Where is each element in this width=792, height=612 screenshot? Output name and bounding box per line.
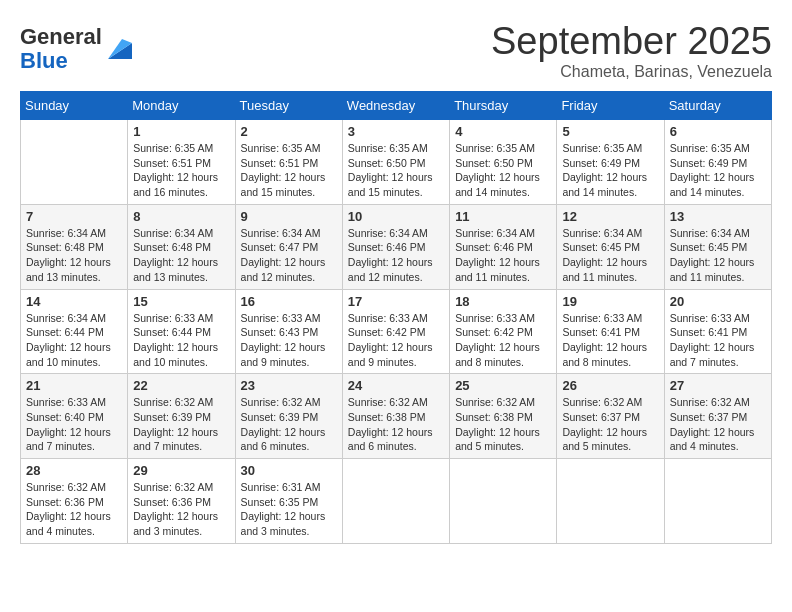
cell-info: Sunrise: 6:33 AMSunset: 6:41 PMDaylight:… [562,311,658,370]
title-block: September 2025 Chameta, Barinas, Venezue… [491,20,772,81]
calendar-cell: 30Sunrise: 6:31 AMSunset: 6:35 PMDayligh… [235,459,342,544]
calendar-cell: 23Sunrise: 6:32 AMSunset: 6:39 PMDayligh… [235,374,342,459]
calendar-cell: 18Sunrise: 6:33 AMSunset: 6:42 PMDayligh… [450,289,557,374]
day-number: 19 [562,294,658,309]
cell-info: Sunrise: 6:32 AMSunset: 6:36 PMDaylight:… [26,480,122,539]
weekday-header-thursday: Thursday [450,92,557,120]
cell-info: Sunrise: 6:34 AMSunset: 6:46 PMDaylight:… [348,226,444,285]
weekday-header-sunday: Sunday [21,92,128,120]
weekday-header-monday: Monday [128,92,235,120]
calendar-cell: 27Sunrise: 6:32 AMSunset: 6:37 PMDayligh… [664,374,771,459]
calendar-cell: 15Sunrise: 6:33 AMSunset: 6:44 PMDayligh… [128,289,235,374]
cell-info: Sunrise: 6:35 AMSunset: 6:49 PMDaylight:… [670,141,766,200]
calendar-cell: 13Sunrise: 6:34 AMSunset: 6:45 PMDayligh… [664,204,771,289]
cell-info: Sunrise: 6:31 AMSunset: 6:35 PMDaylight:… [241,480,337,539]
calendar-week-row: 7Sunrise: 6:34 AMSunset: 6:48 PMDaylight… [21,204,772,289]
day-number: 30 [241,463,337,478]
calendar-cell: 28Sunrise: 6:32 AMSunset: 6:36 PMDayligh… [21,459,128,544]
calendar-cell: 8Sunrise: 6:34 AMSunset: 6:48 PMDaylight… [128,204,235,289]
calendar-cell: 1Sunrise: 6:35 AMSunset: 6:51 PMDaylight… [128,120,235,205]
calendar-cell: 7Sunrise: 6:34 AMSunset: 6:48 PMDaylight… [21,204,128,289]
calendar-cell: 16Sunrise: 6:33 AMSunset: 6:43 PMDayligh… [235,289,342,374]
cell-info: Sunrise: 6:33 AMSunset: 6:40 PMDaylight:… [26,395,122,454]
day-number: 8 [133,209,229,224]
calendar-cell [21,120,128,205]
month-title: September 2025 [491,20,772,63]
weekday-header-friday: Friday [557,92,664,120]
cell-info: Sunrise: 6:34 AMSunset: 6:48 PMDaylight:… [133,226,229,285]
day-number: 18 [455,294,551,309]
calendar-cell: 25Sunrise: 6:32 AMSunset: 6:38 PMDayligh… [450,374,557,459]
cell-info: Sunrise: 6:34 AMSunset: 6:45 PMDaylight:… [562,226,658,285]
day-number: 21 [26,378,122,393]
day-number: 24 [348,378,444,393]
calendar-cell: 3Sunrise: 6:35 AMSunset: 6:50 PMDaylight… [342,120,449,205]
calendar-week-row: 1Sunrise: 6:35 AMSunset: 6:51 PMDaylight… [21,120,772,205]
calendar-cell: 11Sunrise: 6:34 AMSunset: 6:46 PMDayligh… [450,204,557,289]
day-number: 12 [562,209,658,224]
cell-info: Sunrise: 6:32 AMSunset: 6:36 PMDaylight:… [133,480,229,539]
cell-info: Sunrise: 6:35 AMSunset: 6:50 PMDaylight:… [455,141,551,200]
calendar-cell: 19Sunrise: 6:33 AMSunset: 6:41 PMDayligh… [557,289,664,374]
day-number: 17 [348,294,444,309]
day-number: 26 [562,378,658,393]
cell-info: Sunrise: 6:32 AMSunset: 6:39 PMDaylight:… [133,395,229,454]
day-number: 15 [133,294,229,309]
day-number: 5 [562,124,658,139]
logo-general-text: General [20,24,102,49]
location-text: Chameta, Barinas, Venezuela [491,63,772,81]
cell-info: Sunrise: 6:33 AMSunset: 6:42 PMDaylight:… [455,311,551,370]
cell-info: Sunrise: 6:35 AMSunset: 6:49 PMDaylight:… [562,141,658,200]
day-number: 9 [241,209,337,224]
calendar-cell: 5Sunrise: 6:35 AMSunset: 6:49 PMDaylight… [557,120,664,205]
cell-info: Sunrise: 6:33 AMSunset: 6:42 PMDaylight:… [348,311,444,370]
calendar-cell [450,459,557,544]
weekday-header-wednesday: Wednesday [342,92,449,120]
cell-info: Sunrise: 6:33 AMSunset: 6:43 PMDaylight:… [241,311,337,370]
page-header: General Blue September 2025 Chameta, Bar… [20,20,772,81]
cell-info: Sunrise: 6:35 AMSunset: 6:50 PMDaylight:… [348,141,444,200]
calendar-week-row: 14Sunrise: 6:34 AMSunset: 6:44 PMDayligh… [21,289,772,374]
weekday-header-saturday: Saturday [664,92,771,120]
cell-info: Sunrise: 6:33 AMSunset: 6:41 PMDaylight:… [670,311,766,370]
cell-info: Sunrise: 6:32 AMSunset: 6:38 PMDaylight:… [455,395,551,454]
calendar-cell: 6Sunrise: 6:35 AMSunset: 6:49 PMDaylight… [664,120,771,205]
calendar-cell: 26Sunrise: 6:32 AMSunset: 6:37 PMDayligh… [557,374,664,459]
day-number: 1 [133,124,229,139]
calendar-cell [664,459,771,544]
day-number: 10 [348,209,444,224]
calendar-cell: 21Sunrise: 6:33 AMSunset: 6:40 PMDayligh… [21,374,128,459]
day-number: 27 [670,378,766,393]
calendar-cell: 29Sunrise: 6:32 AMSunset: 6:36 PMDayligh… [128,459,235,544]
cell-info: Sunrise: 6:32 AMSunset: 6:39 PMDaylight:… [241,395,337,454]
calendar-cell: 14Sunrise: 6:34 AMSunset: 6:44 PMDayligh… [21,289,128,374]
calendar-cell: 12Sunrise: 6:34 AMSunset: 6:45 PMDayligh… [557,204,664,289]
calendar-week-row: 21Sunrise: 6:33 AMSunset: 6:40 PMDayligh… [21,374,772,459]
day-number: 7 [26,209,122,224]
calendar-cell: 4Sunrise: 6:35 AMSunset: 6:50 PMDaylight… [450,120,557,205]
day-number: 2 [241,124,337,139]
cell-info: Sunrise: 6:33 AMSunset: 6:44 PMDaylight:… [133,311,229,370]
calendar-cell: 2Sunrise: 6:35 AMSunset: 6:51 PMDaylight… [235,120,342,205]
day-number: 23 [241,378,337,393]
calendar-cell: 22Sunrise: 6:32 AMSunset: 6:39 PMDayligh… [128,374,235,459]
day-number: 29 [133,463,229,478]
calendar-cell: 10Sunrise: 6:34 AMSunset: 6:46 PMDayligh… [342,204,449,289]
cell-info: Sunrise: 6:34 AMSunset: 6:48 PMDaylight:… [26,226,122,285]
cell-info: Sunrise: 6:34 AMSunset: 6:45 PMDaylight:… [670,226,766,285]
calendar-cell: 20Sunrise: 6:33 AMSunset: 6:41 PMDayligh… [664,289,771,374]
day-number: 6 [670,124,766,139]
logo-blue-text: Blue [20,48,68,73]
day-number: 4 [455,124,551,139]
calendar-cell [557,459,664,544]
day-number: 14 [26,294,122,309]
calendar-cell [342,459,449,544]
cell-info: Sunrise: 6:35 AMSunset: 6:51 PMDaylight:… [241,141,337,200]
calendar-cell: 9Sunrise: 6:34 AMSunset: 6:47 PMDaylight… [235,204,342,289]
day-number: 20 [670,294,766,309]
weekday-header-tuesday: Tuesday [235,92,342,120]
cell-info: Sunrise: 6:34 AMSunset: 6:47 PMDaylight:… [241,226,337,285]
day-number: 28 [26,463,122,478]
calendar-header-row: SundayMondayTuesdayWednesdayThursdayFrid… [21,92,772,120]
day-number: 16 [241,294,337,309]
